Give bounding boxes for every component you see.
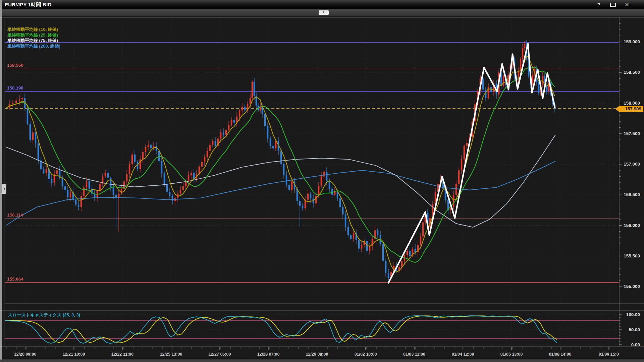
price-axis-label: 159.000	[619, 39, 640, 44]
level-label: 158.190	[7, 85, 23, 90]
price-axis-label: 156.000	[619, 223, 640, 228]
time-axis-label: 12/20 09:00	[7, 352, 44, 357]
legend-item-sma-10: 単純移動平均線 (10, 終値)	[7, 26, 58, 33]
time-axis-label: 12/28 07:00	[250, 352, 287, 357]
title-bar[interactable]: EUR/JPY 1時間 BID ? ✕	[0, 0, 644, 9]
window-bottom-edge	[0, 360, 644, 362]
price-axis-label: 157.000	[619, 162, 640, 167]
stoch-axis-label: 0.00	[619, 342, 640, 347]
window-title: EUR/JPY 1時間 BID	[5, 2, 51, 8]
chart-window: EUR/JPY 1時間 BID ? ✕ ▼ ◂ 単純移動平均線 (10, 終値)…	[0, 0, 644, 362]
time-axis-label: 12/27 06:00	[201, 352, 238, 357]
time-axis-label: 01/09 15:0	[590, 352, 627, 357]
current-price-tag: 157.909	[619, 106, 643, 112]
collapse-panel-button[interactable]: ▼	[319, 10, 329, 15]
price-axis-label: 156.500	[619, 192, 640, 197]
time-axis-label: 12/29 08:00	[299, 352, 335, 357]
level-label: 155.064	[7, 277, 23, 282]
time-axis-label: 01/05 13:00	[493, 352, 530, 357]
legend-item-sma-75: 単純移動平均線 (75, 終値)	[7, 38, 58, 44]
price-axis-label: 155.500	[619, 253, 640, 258]
time-axis-label: 12/22 11:00	[104, 352, 141, 357]
stochastics-indicator-label: スローストキャスティクス (25, 3, 3)	[8, 312, 80, 318]
chevron-left-icon: ◂	[3, 187, 5, 190]
toolbar-strip: ▼	[0, 9, 644, 16]
left-panel-toggle[interactable]: ◂	[2, 184, 6, 194]
legend-item-sma-25: 単純移動平均線 (25, 終値)	[7, 32, 58, 38]
time-axis-label: 01/08 14:00	[542, 352, 579, 357]
maximize-icon	[610, 3, 616, 7]
chevron-down-icon: ▼	[322, 11, 325, 14]
stoch-axis-label: 50.00	[619, 327, 640, 332]
help-button[interactable]: ?	[594, 1, 604, 8]
price-axis-label: 158.000	[619, 101, 640, 106]
price-axis-label: 155.000	[619, 284, 640, 289]
time-axis-label: 12/21 10:00	[55, 352, 92, 357]
legend-item-sma-200: 単純移動平均線 (200, 終値)	[7, 43, 60, 49]
level-label: 158.560	[7, 63, 23, 68]
main-chart-canvas[interactable]	[0, 0, 644, 362]
time-axis-label: 12/25 13:00	[153, 352, 190, 357]
maximize-button[interactable]	[608, 1, 618, 8]
stoch-axis-label: 100.00	[619, 312, 640, 317]
time-axis-label: 01/03 11:00	[396, 352, 433, 357]
level-label: 156.114	[7, 213, 23, 218]
price-axis-label: 157.500	[619, 131, 640, 136]
time-axis-label: 01/04 12:00	[444, 352, 481, 357]
time-axis-label: 01/02 10:00	[347, 352, 384, 357]
price-axis-label: 158.500	[619, 70, 640, 75]
window-left-edge	[0, 0, 2, 362]
close-button[interactable]: ✕	[622, 1, 632, 8]
